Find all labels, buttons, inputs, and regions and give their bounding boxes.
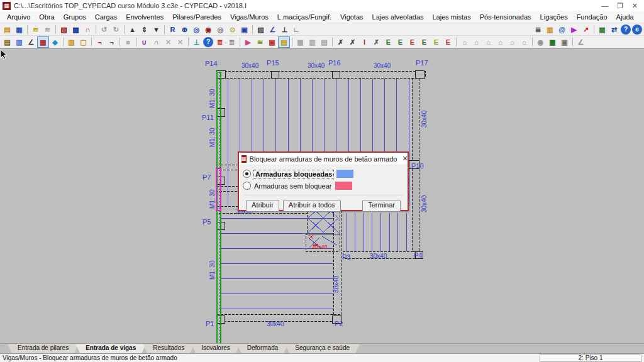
export-icon[interactable]: ↗: [580, 24, 592, 35]
group-down-icon[interactable]: ▼: [150, 24, 162, 35]
slab-yellow-icon[interactable]: ▤: [278, 36, 290, 48]
texture-view-icon[interactable]: ▨: [255, 24, 267, 35]
capture-window-icon[interactable]: ▣: [238, 24, 250, 35]
eye-view-icon[interactable]: ◉: [535, 36, 547, 48]
brush-yellow-icon[interactable]: ≋: [30, 24, 42, 35]
menu-cargas[interactable]: Cargas: [91, 13, 121, 21]
stairs-red-icon[interactable]: ≣: [214, 36, 226, 48]
web-services-icon[interactable]: e: [632, 25, 642, 35]
menu-liga-es[interactable]: Ligações: [536, 13, 572, 21]
grid-disabled-1-icon[interactable]: ▦: [294, 36, 306, 48]
rebar-x3-icon[interactable]: ✗: [370, 36, 382, 48]
level-tool-icon[interactable]: ⊥: [191, 36, 203, 48]
menu-lajes-alveoladas[interactable]: Lajes alveoladas: [368, 13, 428, 21]
beam-polyline-icon[interactable]: ∠: [25, 36, 37, 48]
edit-rebar-6-icon[interactable]: E: [442, 36, 454, 48]
wall-reinforcement-icon[interactable]: ▦: [37, 36, 49, 48]
menu-envolventes[interactable]: Envolventes: [121, 13, 168, 21]
box-3d-icon[interactable]: ▧: [65, 36, 77, 48]
atribuir-a-todos-button[interactable]: Atribuir a todos: [283, 200, 341, 212]
water-drop-icon[interactable]: ◆: [49, 36, 61, 48]
brush-gray-icon[interactable]: ≋: [42, 24, 53, 35]
save-icon[interactable]: ▦: [13, 24, 25, 35]
menu-pilares-paredes[interactable]: Pilares/Paredes: [168, 13, 226, 21]
axes-icon[interactable]: ∟: [291, 24, 303, 35]
option-armaduras-sem-bloquear[interactable]: Armaduras sem bloquear: [243, 180, 404, 192]
menu-vigotas[interactable]: Vigotas: [336, 13, 368, 21]
tool-dark-icon[interactable]: ¬: [106, 36, 118, 48]
close-button[interactable]: ✕: [632, 2, 638, 10]
drawing-canvas[interactable]: P14 P15 P16 P17 30x40 30x40 30x40 P11 P7…: [0, 49, 644, 343]
menu-grupos[interactable]: Grupos: [59, 13, 91, 21]
undo-icon[interactable]: ↺: [98, 24, 110, 35]
help-icon[interactable]: ?: [621, 25, 631, 35]
edit-rebar-2-icon[interactable]: E: [394, 36, 406, 48]
edit-rebar-5-icon[interactable]: E: [430, 36, 442, 48]
dialog-title-bar[interactable]: ▦ Bloquear armaduras de muros de betão a…: [239, 153, 408, 165]
tab-deformada[interactable]: Deformada: [237, 344, 288, 353]
cut-disabled-2-icon[interactable]: ✕: [174, 36, 186, 48]
grid-disabled-3-icon[interactable]: ▤: [318, 36, 330, 48]
beam-entry-icon[interactable]: ▤: [1, 36, 13, 48]
stairs-gray-icon[interactable]: ≣: [226, 36, 238, 48]
crown-purple-icon[interactable]: ∩: [150, 36, 162, 48]
flag-pink-icon[interactable]: ▶: [242, 36, 254, 48]
regenerate-icon[interactable]: R: [167, 24, 179, 35]
pan-hand-icon[interactable]: ⊙: [226, 24, 238, 35]
menu-lajes-mistas[interactable]: Lajes mistas: [428, 13, 475, 21]
radio-armaduras-bloqueadas[interactable]: [243, 170, 251, 178]
menu-l-maci-as-fungif-[interactable]: L.maciças/Fungif.: [273, 13, 336, 21]
edit-rebar-1-icon[interactable]: E: [382, 36, 394, 48]
menu-p-s-tensionadas[interactable]: Pós-tensionadas: [475, 13, 536, 21]
magnet-snap-icon[interactable]: ∩: [82, 24, 94, 35]
redraw-icon[interactable]: ◉: [203, 24, 214, 35]
tab-seguran-a-e-sa-de[interactable]: Segurança e saúde: [285, 344, 360, 353]
dxf-import-icon[interactable]: ▧: [58, 24, 70, 35]
zoom-previous-icon[interactable]: ◎: [191, 24, 203, 35]
gate-check-icon[interactable]: ▦: [547, 36, 558, 48]
email-icon[interactable]: @: [556, 24, 568, 35]
rebar-x2-icon[interactable]: ✗: [347, 36, 358, 48]
menu-funda-o[interactable]: Fundação: [572, 13, 612, 21]
building-1-icon[interactable]: ⌂: [458, 36, 470, 48]
zoom-window-icon[interactable]: ◎: [214, 24, 226, 35]
swap-program-icon[interactable]: ⇄: [608, 24, 620, 35]
terminar-button[interactable]: Terminar: [362, 200, 401, 212]
beam-section-icon[interactable]: I: [358, 36, 370, 48]
layers-view-icon[interactable]: ▩: [70, 24, 82, 35]
group-select-icon[interactable]: ⇕: [138, 24, 150, 35]
slab-disabled-icon[interactable]: ■: [122, 36, 134, 48]
dart-tool-icon[interactable]: ▶: [568, 24, 580, 35]
building-3-icon[interactable]: ⌂: [482, 36, 494, 48]
group-up-icon[interactable]: ▲: [126, 24, 138, 35]
atribuir-button[interactable]: Atribuir: [246, 200, 279, 212]
layers-green-icon[interactable]: ≋: [254, 36, 266, 48]
info-icon[interactable]: ?: [203, 37, 213, 47]
tab-entrada-de-vigas[interactable]: Entrada de vigas: [75, 344, 146, 353]
menu-vigas-muros[interactable]: Vigas/Muros: [226, 13, 273, 21]
menu-arquivo[interactable]: Arquivo: [3, 13, 35, 21]
building-4-icon[interactable]: ⌂: [494, 36, 506, 48]
edit-rebar-3-icon[interactable]: E: [406, 36, 418, 48]
tool-red-icon[interactable]: ¬: [94, 36, 106, 48]
tab-resultados[interactable]: Resultados: [143, 344, 194, 353]
redo-icon[interactable]: ↻: [110, 24, 122, 35]
floor-indicator[interactable]: 2: Piso 1: [540, 354, 641, 362]
tab-entrada-de-pilares[interactable]: Entrada de pilares: [8, 344, 79, 353]
minimize-button[interactable]: —: [601, 2, 608, 10]
dialog-close-icon[interactable]: ✕: [400, 155, 409, 163]
dim-dark-icon[interactable]: ▣: [558, 36, 570, 48]
menu-obra[interactable]: Obra: [35, 13, 58, 21]
plan-edit-icon[interactable]: ▥: [13, 36, 25, 48]
menu-ajuda[interactable]: Ajuda: [612, 13, 638, 21]
print-icon[interactable]: ≣: [532, 24, 544, 35]
takeoff-sheet-icon[interactable]: ▦: [596, 24, 608, 35]
open-folder-icon[interactable]: ▤: [1, 24, 13, 35]
axis-line-icon[interactable]: ∠: [575, 36, 587, 48]
tab-isovalores[interactable]: Isovalores: [191, 344, 240, 353]
box-flag-red-icon[interactable]: ▣: [266, 36, 278, 48]
radio-armaduras-sem-bloquear[interactable]: [243, 182, 251, 190]
building-5-icon[interactable]: ⌂: [506, 36, 518, 48]
ortho-icon[interactable]: ⊥: [279, 24, 291, 35]
polyline-icon[interactable]: ∠: [267, 24, 279, 35]
